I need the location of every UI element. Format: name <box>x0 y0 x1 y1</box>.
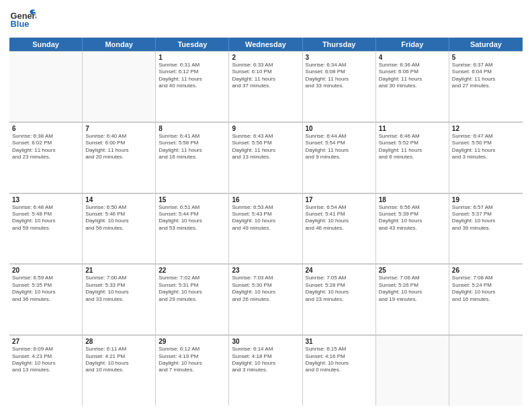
day-number: 29 <box>159 338 226 345</box>
logo-icon: General Blue <box>9 7 36 34</box>
cal-cell-3-0: 20Sunrise: 6:59 AM Sunset: 5:35 PM Dayli… <box>9 264 83 334</box>
day-number: 27 <box>12 338 79 345</box>
day-info: Sunrise: 7:03 AM Sunset: 5:30 PM Dayligh… <box>232 275 299 303</box>
day-info: Sunrise: 6:44 AM Sunset: 5:54 PM Dayligh… <box>306 133 373 161</box>
cal-cell-4-4: 31Sunrise: 6:15 AM Sunset: 4:16 PM Dayli… <box>303 335 376 406</box>
day-number: 2 <box>232 54 299 61</box>
day-info: Sunrise: 6:14 AM Sunset: 4:18 PM Dayligh… <box>232 346 299 374</box>
day-info: Sunrise: 6:47 AM Sunset: 5:50 PM Dayligh… <box>452 133 520 161</box>
day-info: Sunrise: 6:11 AM Sunset: 4:21 PM Dayligh… <box>85 346 152 374</box>
day-number: 21 <box>85 267 152 274</box>
cal-cell-0-0 <box>9 51 83 122</box>
day-number: 6 <box>12 125 79 132</box>
page-header: General Blue <box>9 7 523 34</box>
day-number: 7 <box>85 125 152 132</box>
cal-cell-2-2: 15Sunrise: 6:51 AM Sunset: 5:44 PM Dayli… <box>156 193 229 264</box>
cal-cell-1-2: 8Sunrise: 6:41 AM Sunset: 5:58 PM Daylig… <box>156 122 229 193</box>
day-info: Sunrise: 7:08 AM Sunset: 5:24 PM Dayligh… <box>452 275 520 303</box>
cal-cell-2-1: 14Sunrise: 6:50 AM Sunset: 5:46 PM Dayli… <box>83 193 156 264</box>
page-container: General Blue Sunday Monday Tuesday Wedne… <box>0 0 532 411</box>
cal-cell-3-3: 23Sunrise: 7:03 AM Sunset: 5:30 PM Dayli… <box>229 264 302 334</box>
day-number: 1 <box>159 54 226 61</box>
cal-cell-0-5: 4Sunrise: 6:36 AM Sunset: 6:06 PM Daylig… <box>376 51 449 122</box>
day-info: Sunrise: 6:43 AM Sunset: 5:56 PM Dayligh… <box>232 133 299 161</box>
week-row-4: 20Sunrise: 6:59 AM Sunset: 5:35 PM Dayli… <box>9 264 523 335</box>
week-row-2: 6Sunrise: 6:38 AM Sunset: 6:02 PM Daylig… <box>9 122 523 193</box>
day-info: Sunrise: 6:37 AM Sunset: 6:04 PM Dayligh… <box>452 62 520 90</box>
cal-cell-2-0: 13Sunrise: 6:48 AM Sunset: 5:48 PM Dayli… <box>9 193 83 264</box>
logo: General Blue <box>9 7 36 34</box>
day-number: 13 <box>12 196 79 203</box>
cal-cell-1-0: 6Sunrise: 6:38 AM Sunset: 6:02 PM Daylig… <box>9 122 83 193</box>
header-wednesday: Wednesday <box>229 38 302 51</box>
cal-cell-1-6: 12Sunrise: 6:47 AM Sunset: 5:50 PM Dayli… <box>449 122 523 193</box>
cal-cell-4-2: 29Sunrise: 6:12 AM Sunset: 4:19 PM Dayli… <box>156 335 229 406</box>
day-info: Sunrise: 6:59 AM Sunset: 5:35 PM Dayligh… <box>12 275 79 303</box>
day-info: Sunrise: 6:31 AM Sunset: 6:12 PM Dayligh… <box>159 62 226 90</box>
day-number: 10 <box>306 125 373 132</box>
cal-cell-2-4: 17Sunrise: 6:54 AM Sunset: 5:41 PM Dayli… <box>303 193 376 264</box>
day-number: 31 <box>306 338 373 345</box>
svg-text:Blue: Blue <box>11 19 30 29</box>
cal-cell-4-3: 30Sunrise: 6:14 AM Sunset: 4:18 PM Dayli… <box>229 335 302 406</box>
day-info: Sunrise: 6:33 AM Sunset: 6:10 PM Dayligh… <box>232 62 299 90</box>
cal-cell-0-4: 3Sunrise: 6:34 AM Sunset: 6:08 PM Daylig… <box>303 51 376 122</box>
cal-cell-3-1: 21Sunrise: 7:00 AM Sunset: 5:33 PM Dayli… <box>83 264 156 334</box>
day-info: Sunrise: 6:57 AM Sunset: 5:37 PM Dayligh… <box>452 204 520 232</box>
cal-cell-0-3: 2Sunrise: 6:33 AM Sunset: 6:10 PM Daylig… <box>229 51 302 122</box>
header-tuesday: Tuesday <box>156 38 229 51</box>
day-info: Sunrise: 7:00 AM Sunset: 5:33 PM Dayligh… <box>85 275 152 303</box>
day-info: Sunrise: 6:41 AM Sunset: 5:58 PM Dayligh… <box>159 133 226 161</box>
day-number: 28 <box>85 338 152 345</box>
day-number: 20 <box>12 267 79 274</box>
day-number: 26 <box>452 267 520 274</box>
cal-cell-3-2: 22Sunrise: 7:02 AM Sunset: 5:31 PM Dayli… <box>156 264 229 334</box>
cal-cell-1-1: 7Sunrise: 6:40 AM Sunset: 6:00 PM Daylig… <box>83 122 156 193</box>
day-number: 22 <box>159 267 226 274</box>
day-info: Sunrise: 6:54 AM Sunset: 5:41 PM Dayligh… <box>306 204 373 232</box>
day-info: Sunrise: 6:12 AM Sunset: 4:19 PM Dayligh… <box>159 346 226 374</box>
cal-cell-3-6: 26Sunrise: 7:08 AM Sunset: 5:24 PM Dayli… <box>449 264 523 334</box>
calendar-body: 1Sunrise: 6:31 AM Sunset: 6:12 PM Daylig… <box>9 51 523 406</box>
cal-cell-1-4: 10Sunrise: 6:44 AM Sunset: 5:54 PM Dayli… <box>303 122 376 193</box>
day-number: 5 <box>452 54 520 61</box>
cal-cell-0-1 <box>83 51 156 122</box>
day-info: Sunrise: 6:36 AM Sunset: 6:06 PM Dayligh… <box>379 62 446 90</box>
day-info: Sunrise: 6:09 AM Sunset: 4:23 PM Dayligh… <box>12 346 79 374</box>
day-number: 16 <box>232 196 299 203</box>
day-info: Sunrise: 6:38 AM Sunset: 6:02 PM Dayligh… <box>12 133 79 161</box>
day-number: 12 <box>452 125 520 132</box>
cal-cell-4-0: 27Sunrise: 6:09 AM Sunset: 4:23 PM Dayli… <box>9 335 83 406</box>
day-number: 11 <box>379 125 446 132</box>
cal-cell-0-6: 5Sunrise: 6:37 AM Sunset: 6:04 PM Daylig… <box>449 51 523 122</box>
day-number: 3 <box>306 54 373 61</box>
cal-cell-2-6: 19Sunrise: 6:57 AM Sunset: 5:37 PM Dayli… <box>449 193 523 264</box>
week-row-3: 13Sunrise: 6:48 AM Sunset: 5:48 PM Dayli… <box>9 193 523 265</box>
day-number: 25 <box>379 267 446 274</box>
header-friday: Friday <box>376 38 449 51</box>
calendar: Sunday Monday Tuesday Wednesday Thursday… <box>9 38 523 406</box>
day-number: 18 <box>379 196 446 203</box>
cal-cell-2-5: 18Sunrise: 6:56 AM Sunset: 5:39 PM Dayli… <box>376 193 449 264</box>
day-info: Sunrise: 6:51 AM Sunset: 5:44 PM Dayligh… <box>159 204 226 232</box>
day-info: Sunrise: 6:15 AM Sunset: 4:16 PM Dayligh… <box>306 346 373 374</box>
day-number: 24 <box>306 267 373 274</box>
cal-cell-1-5: 11Sunrise: 6:46 AM Sunset: 5:52 PM Dayli… <box>376 122 449 193</box>
cal-cell-4-5 <box>376 335 449 406</box>
cal-cell-4-6 <box>449 335 523 406</box>
day-info: Sunrise: 6:40 AM Sunset: 6:00 PM Dayligh… <box>85 133 152 161</box>
day-info: Sunrise: 6:48 AM Sunset: 5:48 PM Dayligh… <box>12 204 79 232</box>
day-info: Sunrise: 7:06 AM Sunset: 5:26 PM Dayligh… <box>379 275 446 303</box>
day-info: Sunrise: 6:34 AM Sunset: 6:08 PM Dayligh… <box>306 62 373 90</box>
header-saturday: Saturday <box>449 38 523 51</box>
day-number: 23 <box>232 267 299 274</box>
calendar-header: Sunday Monday Tuesday Wednesday Thursday… <box>9 38 523 51</box>
day-number: 8 <box>159 125 226 132</box>
day-info: Sunrise: 6:53 AM Sunset: 5:43 PM Dayligh… <box>232 204 299 232</box>
cal-cell-3-5: 25Sunrise: 7:06 AM Sunset: 5:26 PM Dayli… <box>376 264 449 334</box>
header-sunday: Sunday <box>9 38 83 51</box>
header-monday: Monday <box>83 38 156 51</box>
cal-cell-1-3: 9Sunrise: 6:43 AM Sunset: 5:56 PM Daylig… <box>229 122 302 193</box>
cal-cell-0-2: 1Sunrise: 6:31 AM Sunset: 6:12 PM Daylig… <box>156 51 229 122</box>
cal-cell-3-4: 24Sunrise: 7:05 AM Sunset: 5:28 PM Dayli… <box>303 264 376 334</box>
